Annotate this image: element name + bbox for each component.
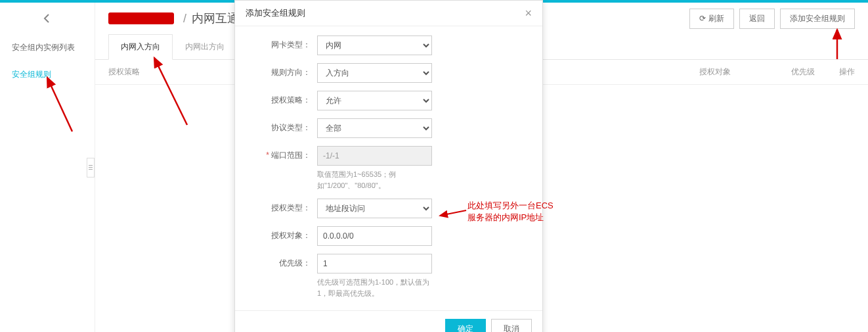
back-button[interactable]: 返回: [739, 9, 775, 29]
select-direction[interactable]: 入方向: [317, 63, 432, 83]
tab-label: 内网入方向: [121, 42, 160, 51]
refresh-label: 刷新: [708, 13, 724, 24]
label-protocol: 协议类型：: [248, 118, 317, 133]
sidebar-back-button[interactable]: [0, 3, 95, 34]
modal-header: 添加安全组规则 ×: [235, 1, 542, 26]
input-auth-target[interactable]: [317, 226, 432, 246]
label-policy: 授权策略：: [248, 91, 317, 106]
column-action: 操作: [839, 66, 855, 78]
modal-footer: 确定 取消: [235, 310, 542, 332]
breadcrumb-separator: /: [183, 12, 186, 26]
redacted-title-prefix: [108, 12, 174, 24]
sidebar: 安全组内实例列表 安全组规则: [0, 3, 95, 332]
help-port-range: 取值范围为1~65535；例如"1/200"、"80/80"。: [317, 169, 435, 191]
chevron-left-icon: [42, 13, 53, 24]
sidebar-item-label: 安全组规则: [12, 70, 51, 79]
modal-title: 添加安全组规则: [246, 7, 305, 19]
input-priority[interactable]: [317, 254, 432, 273]
add-rule-button[interactable]: 添加安全组规则: [780, 9, 855, 29]
label-auth-type: 授权类型：: [248, 199, 317, 214]
column-policy: 授权策略: [108, 66, 227, 78]
select-nic-type[interactable]: 内网: [317, 36, 432, 55]
label-nic-type: 网卡类型：: [248, 36, 317, 51]
sidebar-item-label: 安全组内实例列表: [12, 43, 75, 52]
cancel-button[interactable]: 取消: [491, 319, 532, 332]
tab-outbound-intranet[interactable]: 内网出方向: [173, 34, 237, 60]
back-label: 返回: [749, 13, 765, 24]
sidebar-item-rules[interactable]: 安全组规则: [0, 61, 95, 88]
label-auth-target: 授权对象：: [248, 226, 317, 241]
refresh-icon: ⟳: [699, 14, 706, 23]
breadcrumb-title: 内网互通: [192, 11, 239, 26]
sidebar-item-instances[interactable]: 安全组内实例列表: [0, 34, 95, 61]
help-priority: 优先级可选范围为1-100，默认值为1，即最高优先级。: [317, 277, 435, 298]
select-protocol[interactable]: 全部: [317, 118, 432, 138]
tab-label: 内网出方向: [185, 42, 225, 51]
refresh-button[interactable]: ⟳ 刷新: [689, 9, 734, 29]
add-rule-label: 添加安全组规则: [790, 13, 845, 24]
add-rule-modal: 添加安全组规则 × 网卡类型： 内网 规则方向： 入方向: [234, 0, 543, 332]
sidebar-collapse-handle[interactable]: [87, 158, 95, 178]
input-port-range: [317, 146, 432, 166]
select-auth-type[interactable]: 地址段访问: [317, 199, 432, 218]
tab-inbound-intranet[interactable]: 内网入方向: [108, 34, 173, 60]
select-policy[interactable]: 允许: [317, 91, 432, 110]
label-priority: 优先级：: [248, 254, 317, 269]
label-direction: 规则方向：: [248, 63, 317, 78]
close-icon[interactable]: ×: [525, 7, 532, 19]
label-port-range: *端口范围：: [248, 146, 317, 161]
confirm-button[interactable]: 确定: [445, 319, 486, 332]
column-priority: 优先级: [791, 66, 815, 78]
column-auth-target: 授权对象: [699, 66, 731, 78]
